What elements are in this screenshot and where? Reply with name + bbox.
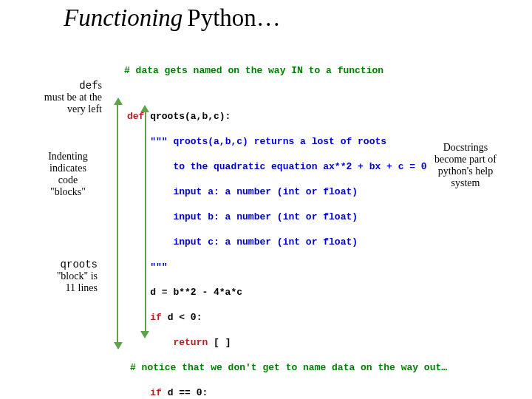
code-line: """ qroots(a,b,c) returns a lost of root… <box>127 135 427 148</box>
code-line: d = b**2 - 4*a*c <box>127 286 427 299</box>
code-line: """ <box>127 261 427 273</box>
code-line: if d < 0: <box>127 311 427 324</box>
code-block: def qroots(a,b,c): """ qroots(a,b,c) ret… <box>127 98 427 399</box>
code-line: return [ ] <box>127 336 427 349</box>
code-line: input b: a number (int or float) <box>127 211 427 223</box>
annot-defs: defs must be at the very left <box>28 80 102 115</box>
annot-indent: Indenting indicates code "blocks" <box>38 151 98 198</box>
code-line: input a: a number (int or float) <box>127 185 427 198</box>
code-line: to the quadratic equation ax**2 + bx + c… <box>127 160 427 173</box>
code-line: if d == 0: <box>127 386 427 399</box>
code-line: def qroots(a,b,c): <box>127 110 427 123</box>
comment-bottom: # notice that we don't get to name data … <box>130 362 447 373</box>
comment-top: # data gets named on the way IN to a fun… <box>124 65 383 76</box>
arrow-left-tall <box>117 103 118 344</box>
annot-qroots: qroots "block" is 11 lines <box>38 259 98 294</box>
title-rest: Python… <box>187 4 281 31</box>
code-line: input c: a number (int or float) <box>127 236 427 248</box>
slide-title: FunctioningPython… <box>64 4 281 32</box>
annot-docstring: Docstrings become part of python's help … <box>421 142 510 189</box>
title-italic: Functioning <box>64 4 183 31</box>
